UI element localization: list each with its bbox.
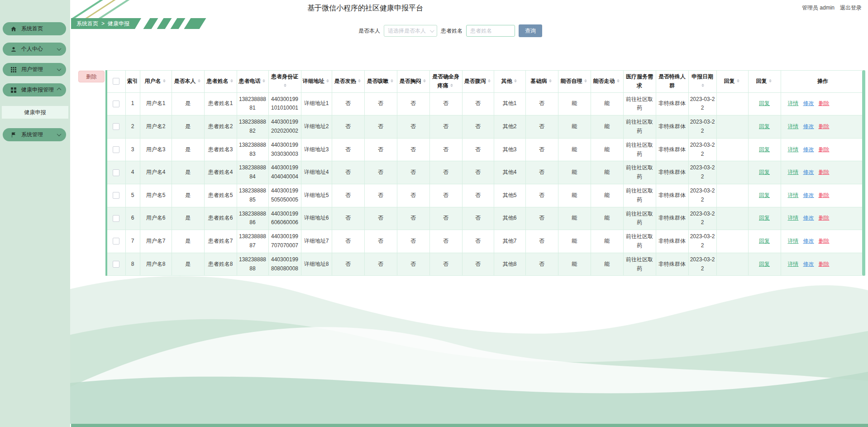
- horizontal-scrollbar[interactable]: [71, 424, 868, 427]
- sort-caret-icon[interactable]: [548, 78, 553, 84]
- row-checkbox[interactable]: [113, 261, 119, 268]
- sort-caret-icon[interactable]: [584, 78, 588, 84]
- row-detail-link[interactable]: 详情: [788, 100, 799, 106]
- sort-caret-icon[interactable]: [390, 78, 395, 84]
- logout-link[interactable]: 退出登录: [840, 4, 862, 12]
- sidebar-item-系统管理[interactable]: 系统管理: [3, 128, 66, 141]
- batch-delete-button[interactable]: 删除: [78, 71, 105, 82]
- row-edit-link[interactable]: 修改: [803, 192, 814, 198]
- col-header-reply_b[interactable]: 回复: [748, 71, 781, 93]
- sidebar-subitem-健康申报[interactable]: 健康申报: [2, 106, 68, 119]
- sort-caret-icon[interactable]: [616, 78, 621, 84]
- sort-caret-icon[interactable]: [162, 78, 167, 84]
- row-checkbox[interactable]: [113, 192, 119, 199]
- row-delete-link[interactable]: 删除: [819, 123, 830, 130]
- cell-reply_a: [716, 184, 748, 207]
- row-checkbox[interactable]: [113, 146, 119, 153]
- col-header-username[interactable]: 用户名: [140, 71, 172, 93]
- sort-caret-icon[interactable]: [283, 82, 288, 88]
- row-checkbox[interactable]: [113, 215, 119, 222]
- row-detail-link[interactable]: 详情: [788, 192, 799, 198]
- row-reply-link[interactable]: 回复: [759, 192, 770, 198]
- sort-caret-icon[interactable]: [197, 78, 202, 84]
- cell-reply_a: [716, 253, 748, 276]
- sort-caret-icon[interactable]: [326, 78, 330, 84]
- sort-caret-icon[interactable]: [701, 82, 706, 88]
- sort-caret-icon[interactable]: [487, 78, 492, 84]
- col-header-diarrhea[interactable]: 是否腹泻: [462, 71, 494, 93]
- row-delete-link[interactable]: 删除: [819, 215, 830, 221]
- patient-name-input[interactable]: [466, 25, 515, 37]
- row-detail-link[interactable]: 详情: [788, 169, 799, 175]
- col-header-body_ache[interactable]: 是否确全身疼痛: [429, 71, 462, 93]
- vertical-scrollbar[interactable]: [862, 70, 865, 276]
- row-edit-link[interactable]: 修改: [803, 238, 814, 244]
- col-header-patient_phone[interactable]: 患者电话: [237, 71, 268, 93]
- breadcrumb-home-link[interactable]: 系统首页: [76, 20, 98, 28]
- col-header-base_disease[interactable]: 基础病: [525, 71, 558, 93]
- sidebar-item-系统首页[interactable]: 系统首页: [3, 22, 66, 35]
- is-self-select[interactable]: 请选择是否本人: [384, 25, 437, 37]
- sidebar-item-用户管理[interactable]: 用户管理: [3, 63, 66, 76]
- sort-caret-icon[interactable]: [450, 82, 454, 88]
- row-reply-link[interactable]: 回复: [759, 146, 770, 153]
- query-button[interactable]: 查询: [519, 24, 542, 37]
- col-header-fever[interactable]: 是否发热: [332, 71, 364, 93]
- cell-medical_need: 前往社区取药: [623, 115, 656, 139]
- row-delete-link[interactable]: 删除: [819, 169, 830, 175]
- row-checkbox[interactable]: [113, 123, 119, 130]
- col-header-can_move[interactable]: 能否走动: [591, 71, 623, 93]
- col-header-patient_id[interactable]: 患者身份证: [268, 71, 301, 93]
- sidebar-item-个人中心[interactable]: 个人中心: [3, 43, 66, 56]
- row-detail-link[interactable]: 详情: [788, 238, 799, 244]
- col-header-patient_name[interactable]: 患者姓名: [204, 71, 237, 93]
- col-header-cough[interactable]: 是否咳嗽: [364, 71, 397, 93]
- row-checkbox[interactable]: [113, 101, 119, 107]
- cell-self_care: 能: [558, 115, 591, 139]
- row-edit-link[interactable]: 修改: [803, 215, 814, 221]
- row-reply-link[interactable]: 回复: [759, 238, 770, 244]
- row-edit-link[interactable]: 修改: [803, 169, 814, 175]
- row-edit-link[interactable]: 修改: [803, 123, 814, 130]
- row-detail-link[interactable]: 详情: [788, 146, 799, 153]
- row-reply-link[interactable]: 回复: [759, 123, 770, 130]
- row-edit-link[interactable]: 修改: [803, 146, 814, 153]
- sort-caret-icon[interactable]: [358, 78, 362, 84]
- cell-index: 4: [125, 161, 140, 184]
- row-edit-link[interactable]: 修改: [803, 100, 814, 106]
- sort-caret-icon[interactable]: [230, 78, 234, 84]
- sort-caret-icon[interactable]: [262, 78, 267, 84]
- row-detail-link[interactable]: 详情: [788, 261, 799, 267]
- col-header-self_care[interactable]: 能否自理: [558, 71, 591, 93]
- row-checkbox[interactable]: [113, 169, 119, 176]
- col-header-reply_a[interactable]: 回复: [716, 71, 748, 93]
- sort-caret-icon[interactable]: [768, 78, 773, 84]
- cell-patient_name: 患者姓名6: [204, 207, 237, 230]
- col-header-report_date[interactable]: 申报日期: [688, 71, 716, 93]
- col-header-address[interactable]: 详细地址: [301, 71, 332, 93]
- row-edit-link[interactable]: 修改: [803, 261, 814, 267]
- row-reply-link[interactable]: 回复: [759, 169, 770, 175]
- row-checkbox[interactable]: [113, 238, 119, 245]
- sort-caret-icon[interactable]: [514, 78, 518, 84]
- col-header-is_self[interactable]: 是否本人: [172, 71, 204, 93]
- row-delete-link[interactable]: 删除: [819, 238, 830, 244]
- sidebar-item-健康申报管理[interactable]: 健康申报管理: [3, 83, 66, 96]
- cell-report_date: 2023-03-22: [688, 161, 716, 184]
- sort-caret-icon[interactable]: [736, 78, 741, 84]
- row-reply-link[interactable]: 回复: [759, 261, 770, 267]
- row-detail-link[interactable]: 详情: [788, 123, 799, 130]
- col-header-chest_tight[interactable]: 是否胸闷: [397, 71, 429, 93]
- row-delete-link[interactable]: 删除: [819, 146, 830, 153]
- cell-can_move: 能: [591, 115, 623, 139]
- row-delete-link[interactable]: 删除: [819, 261, 830, 267]
- cell-username: 用户名8: [140, 253, 172, 276]
- row-detail-link[interactable]: 详情: [788, 215, 799, 221]
- row-reply-link[interactable]: 回复: [759, 215, 770, 221]
- select-all-checkbox[interactable]: [113, 78, 119, 85]
- row-delete-link[interactable]: 删除: [819, 100, 830, 106]
- sort-caret-icon[interactable]: [423, 78, 427, 84]
- row-delete-link[interactable]: 删除: [819, 192, 830, 198]
- col-header-other[interactable]: 其他: [494, 71, 525, 93]
- row-reply-link[interactable]: 回复: [759, 100, 770, 106]
